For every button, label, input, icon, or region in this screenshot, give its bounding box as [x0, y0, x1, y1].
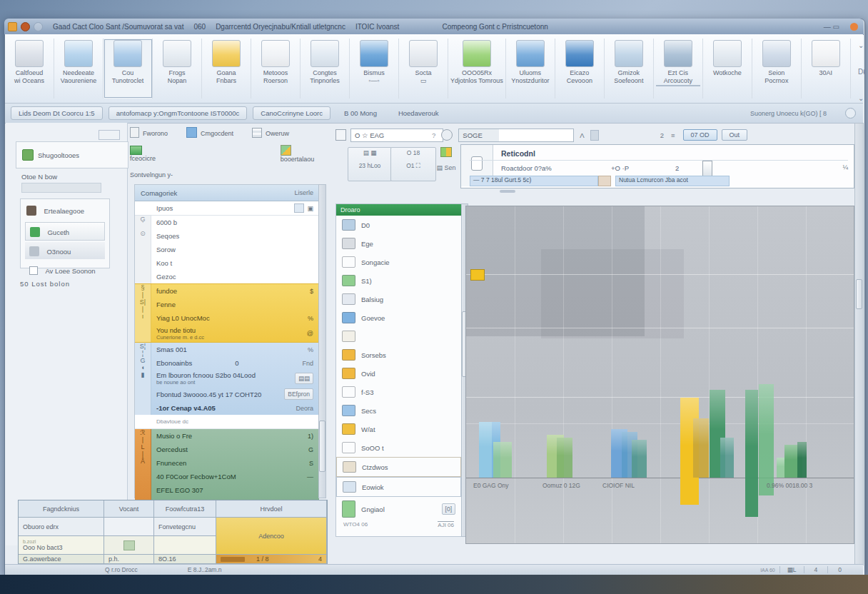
ribbon-group[interactable]: Metooos Roerson [251, 39, 301, 99]
legend-swatch[interactable] [470, 269, 485, 281]
chart-bar[interactable] [759, 384, 774, 495]
toolbar-item-3[interactable]: Oweruw [252, 128, 289, 138]
scrollbar-thumb[interactable] [856, 279, 862, 309]
ribbon-group[interactable]: Eicazo Cevooon [555, 39, 605, 99]
tab-document-4[interactable]: B 00 Mong [336, 106, 385, 120]
fx-icon[interactable]: Λ [580, 131, 584, 139]
shape-list-item[interactable] [336, 327, 461, 346]
view-toggle-group[interactable]: ▤ ▦ 23 hLoo [348, 147, 392, 181]
yellow-row[interactable]: fundoe $ [135, 284, 319, 298]
shapes-panel-header[interactable]: Droaro [336, 204, 461, 216]
sidebar-item-selected[interactable]: Guceth [25, 222, 105, 241]
window-app-icon[interactable] [21, 22, 30, 31]
tab-document-1[interactable]: Lids Deom Dt Coorcu 1:5 [11, 106, 103, 120]
spinner-control[interactable] [702, 161, 712, 176]
shape-list-item[interactable]: Eowiok [336, 477, 461, 497]
name-box-input[interactable] [458, 129, 574, 142]
shape-list-item[interactable]: Secs [336, 401, 461, 420]
ribbon-group[interactable]: Cou Tunotroclet [104, 39, 153, 99]
record-subrow-left[interactable]: — 7 7 18ul Gurt.5 5c) [470, 176, 598, 186]
shape-list-item-last[interactable]: Gngiaol [0] [336, 497, 461, 521]
categories-subrow[interactable]: Ipuos ▣ [135, 201, 319, 216]
blue-row[interactable]: Em lbouron fcnoou S2bo 04Lood be noune a… [135, 370, 319, 387]
window-menu-button[interactable] [8, 22, 17, 31]
shape-list-item[interactable]: SoOO t [336, 438, 461, 457]
ribbon-group[interactable]: Needeeate Vaoureniene [54, 39, 104, 99]
checkbox-icon[interactable] [29, 266, 38, 275]
shape-list-item[interactable]: Goevoe [336, 308, 461, 327]
green-row[interactable]: EFEL EGO 307 [135, 483, 319, 497]
refresh-icon[interactable] [441, 129, 453, 141]
list-item[interactable]: Gezoc [135, 270, 319, 283]
green-row[interactable]: Oercedust G [135, 443, 319, 456]
title-close-button[interactable] [850, 23, 858, 31]
camera-icon[interactable]: ▣ [307, 205, 313, 212]
page-icon[interactable] [294, 203, 304, 213]
shape-list-item[interactable]: Ovid [336, 364, 461, 383]
yellow-row[interactable]: Fenne [135, 298, 319, 311]
chart-plot[interactable]: E0 GAG OnyOomuz 0 12GCIOIOF NIL0.96% 001… [465, 206, 854, 544]
secondary-button[interactable]: Out [722, 129, 748, 141]
green-row[interactable]: Fnunecen S [135, 456, 319, 470]
ribbon-group[interactable]: Ezt Cis Arcoucoty [654, 39, 703, 99]
ribbon-group[interactable]: Caltfoeud wi Oceans [5, 39, 54, 99]
categories-header[interactable]: Comagoriek Liserle [135, 185, 319, 201]
status-zoom-in[interactable]: 0 [827, 566, 852, 573]
shape-list-item[interactable]: S1) [336, 271, 461, 290]
list-item[interactable]: Koo t [135, 256, 319, 270]
panel-grip-handle[interactable] [500, 190, 515, 193]
ribbon-group[interactable]: Seion Pocrnox [752, 39, 802, 99]
chart-bar[interactable] [632, 440, 647, 478]
chart-bar[interactable] [493, 442, 512, 478]
tab-document-2[interactable]: antofomacp y:OngmTcontoone IST0000c [108, 106, 248, 120]
ribbon-group[interactable]: Goana Fnbars [202, 39, 251, 99]
counter-group[interactable]: O 18 O1 ⛶ [390, 147, 436, 181]
tab-document-5[interactable]: Hoedaverouk [390, 106, 447, 120]
toolbar-item-2[interactable]: Cmgocdent [186, 127, 233, 138]
scrollbar-thumb[interactable] [319, 421, 326, 472]
sidebar-header-box[interactable]: Shugooltooes [16, 141, 128, 168]
window-scrollbar[interactable] [854, 123, 864, 565]
ribbon-group[interactable]: 30AI [802, 39, 851, 99]
ribbon-group[interactable]: Bismus ◦—◦ [350, 39, 399, 99]
shape-list-item[interactable]: W/at [336, 420, 461, 438]
sidebar-group-row[interactable]: Ertealaegooe [21, 199, 109, 221]
ribbon-group[interactable]: Socta ▭ [399, 39, 448, 99]
sheet-icon[interactable] [335, 129, 346, 141]
yellow-row[interactable]: You nde tiotu Cunerione m. e d.cc @ [135, 325, 319, 342]
record-subrow-icon[interactable] [598, 176, 611, 186]
window-extra-icon[interactable] [34, 22, 43, 31]
record-card-icon[interactable] [471, 156, 483, 171]
green-row[interactable]: 40 F0Coor Fecbow+1CoM — [135, 470, 319, 483]
title-minimize-glyph[interactable]: — ▭ [824, 23, 839, 31]
preview-thumbnail[interactable]: ▤▤ [295, 373, 313, 384]
shape-list-item[interactable]: Songacie [336, 253, 461, 271]
green-row[interactable]: Musio o Fre 1) [135, 429, 319, 443]
chart-bar[interactable] [797, 442, 807, 478]
sidebar-item[interactable]: O3noou [25, 242, 105, 259]
list-lines-icon[interactable]: ≡ [671, 131, 676, 139]
chart-bar[interactable] [557, 438, 572, 478]
shape-list-item[interactable]: D0 [336, 216, 461, 234]
chart-bar[interactable] [720, 438, 734, 478]
chart-mini-group[interactable]: ▤ Sen [435, 147, 457, 177]
primary-button[interactable]: 07 OD [683, 129, 717, 141]
yellow-row[interactable]: Yiag L0 UnocMoc % [135, 311, 319, 325]
list-item[interactable]: Sorow [135, 243, 319, 256]
shape-list-item[interactable]: Ege [336, 234, 461, 253]
chart-bar[interactable] [479, 422, 492, 478]
toolbar-item-1[interactable]: Fworono [130, 127, 168, 138]
ribbon-group[interactable]: Congtes Tinpnorles [301, 39, 350, 99]
toolbar-item-4[interactable]: fceocicre [130, 146, 166, 162]
ribbon-overflow[interactable]: ⌄ Dℓ ⌄ [851, 39, 868, 105]
ribbon-group[interactable]: Uluoms Ynostzduritor [506, 39, 555, 99]
blue-row[interactable]: -1or Cenap v4.A05 Deora [135, 401, 319, 415]
blue-row[interactable]: Fbontud 3woooo.45 yt 17 COHT20 BEfpron [135, 387, 319, 401]
chart-bar[interactable] [693, 418, 709, 478]
record-subrow-right[interactable]: Nutua Lcmurcon Jba acot [615, 176, 730, 186]
sidebar-collapse-icon[interactable] [99, 130, 120, 140]
blue-row[interactable]: Smas 001 % [135, 343, 319, 356]
list-item[interactable]: Ģ 6000 b [135, 216, 319, 229]
chevron-down-icon[interactable]: ⌄ [858, 41, 865, 49]
shape-list-item[interactable]: Sorsebs [336, 346, 461, 364]
